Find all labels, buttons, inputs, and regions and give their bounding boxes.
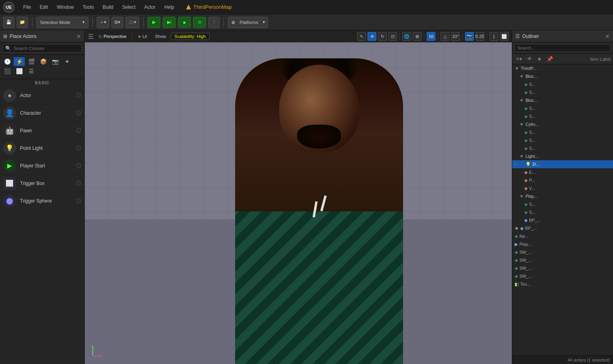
toolbar: 💾 📁 Selection Mode ▾ ＋▾ ⊞▾ 🎥▾ ▶ ▶| ■ ⊙ ⋮… (0, 14, 613, 30)
eye-icon-selected[interactable]: 👁 (514, 162, 518, 167)
actor-info-trigger-sphere[interactable]: ⓘ (76, 197, 81, 205)
actor-item-character[interactable]: 👤 Character ⓘ (0, 104, 84, 122)
out-item-thirdp[interactable]: ▼ ThirdP... (512, 64, 613, 72)
out-item-s5[interactable]: ◈ S... (512, 128, 613, 136)
cat-geometry[interactable]: ⬛ (2, 67, 13, 76)
out-item-s4[interactable]: ◈ S... (512, 112, 613, 120)
rotate-tool[interactable]: ↻ (378, 32, 387, 41)
out-item-sm4[interactable]: ◈ SM_... (512, 272, 613, 280)
out-item-e[interactable]: ◈ E... (512, 168, 613, 176)
cat-shapes[interactable]: 📦 (38, 57, 49, 66)
menu-help[interactable]: Help (160, 3, 178, 12)
scale-tool[interactable]: ⊡ (388, 32, 397, 41)
show-button[interactable]: Show (152, 32, 170, 41)
viewport[interactable]: ☰ ⊙ Perspective ● Lit Show Scalability: … (85, 30, 512, 364)
launch-options-button[interactable]: ⋮ (208, 17, 220, 28)
out-item-s2[interactable]: ◈ S... (512, 88, 613, 96)
cat-basic[interactable]: ⚡ (14, 57, 25, 66)
out-item-s3[interactable]: ◈ S... (512, 104, 613, 112)
outliner-pin-button[interactable]: 📌 (545, 55, 555, 63)
outliner-filter-button[interactable]: ≡▾ (515, 55, 524, 63)
lit-button[interactable]: ● Lit (135, 32, 150, 41)
cat-cinematic[interactable]: 📷 (50, 57, 61, 66)
out-item-bp-star[interactable]: ★ ◆ BP_... (512, 224, 613, 232)
out-item-bloc2[interactable]: ▼ Bloc... (512, 96, 613, 104)
scalability-badge[interactable]: Scalability: High (171, 33, 209, 40)
actor-info-player-start[interactable]: ⓘ (76, 162, 81, 169)
menu-select[interactable]: Select (118, 3, 139, 12)
save-button[interactable]: 💾 (3, 17, 14, 28)
out-item-s1[interactable]: ◈ S... (512, 80, 613, 88)
world-local-toggle[interactable]: 🌐 (402, 32, 411, 41)
play-button[interactable]: ▶ (148, 17, 160, 28)
out-item-bloc1[interactable]: ▼ Bloc... (512, 72, 613, 80)
out-item-ne[interactable]: ◈ Ne... (512, 232, 613, 240)
cat-all-classes[interactable]: ☰ (26, 67, 37, 76)
out-item-tex[interactable]: ◧ Tex... (512, 280, 613, 288)
actor-info-trigger-box[interactable]: ⓘ (76, 180, 81, 187)
cat-visual-effects[interactable]: ✦ (62, 57, 73, 66)
actor-item-player-start[interactable]: ▶ Player Start ⓘ (0, 157, 84, 175)
content-browser-button[interactable]: 📁 (17, 17, 28, 28)
cat-volumes[interactable]: ⬜ (14, 67, 25, 76)
actor-info-point-light[interactable]: ⓘ (76, 145, 81, 152)
out-item-sm1[interactable]: ◈ SM_... (512, 248, 613, 256)
maximize-button[interactable]: ⬜ (500, 32, 509, 41)
viewport-menu-icon[interactable]: ☰ (88, 33, 94, 40)
menu-file[interactable]: File (19, 3, 35, 12)
outliner-visibility-button[interactable]: 👁 (525, 55, 534, 63)
out-item-play-folder[interactable]: ▼ Play... (512, 192, 613, 200)
out-item-sm3[interactable]: ◈ SM_... (512, 264, 613, 272)
grid-snap-value[interactable]: 10 (427, 32, 435, 41)
search-classes-input[interactable] (14, 46, 79, 51)
cat-recently-placed[interactable]: 🕐 (2, 57, 13, 66)
simulate-button[interactable]: ▶| (163, 17, 176, 28)
actor-item-trigger-box[interactable]: ⬜ Trigger Box ⓘ (0, 175, 84, 192)
out-item-light[interactable]: ▼ Light... (512, 152, 613, 160)
menu-tools[interactable]: Tools (79, 3, 98, 12)
actor-item-pawn[interactable]: 🤖 Pawn ⓘ (0, 122, 84, 139)
out-item-p[interactable]: ◈ P... (512, 176, 613, 184)
eject-button[interactable]: ⊙ (193, 17, 206, 28)
menu-edit[interactable]: Edit (36, 3, 52, 12)
out-item-play-actor[interactable]: ▶ Play... (512, 240, 613, 248)
out-item-v[interactable]: ◈ V... (512, 184, 613, 192)
snap-button[interactable]: ⊞▾ (112, 17, 123, 28)
outliner-close-button[interactable]: ✕ (605, 33, 610, 40)
selection-mode-dropdown[interactable]: Selection Mode ▾ (36, 17, 88, 28)
actor-item-point-light[interactable]: 💡 Point Light ⓘ (0, 139, 84, 157)
camera-speed-icon[interactable]: 📷 (465, 32, 474, 41)
outliner-search-input[interactable] (515, 44, 611, 52)
stop-button[interactable]: ■ (178, 17, 191, 28)
platforms-dropdown[interactable]: 🖥 Platforms ▾ (228, 17, 268, 28)
out-item-s8[interactable]: ◈ S... (512, 200, 613, 208)
actor-info-actor[interactable]: ⓘ (76, 92, 81, 99)
out-item-s6[interactable]: ◈ S... (512, 136, 613, 144)
camera-speed-value[interactable]: 0.25 (475, 32, 484, 41)
cat-lights[interactable]: 🎬 (26, 57, 37, 66)
perspective-button[interactable]: ⊙ Perspective (95, 32, 130, 41)
surface-snapping[interactable]: ⊞ (413, 32, 421, 41)
translate-tool[interactable]: ✛ (367, 32, 376, 41)
angle-snap-icon[interactable]: △ (441, 32, 449, 41)
angle-snap-value[interactable]: 10° (451, 32, 460, 41)
out-item-s7[interactable]: ◈ S... (512, 144, 613, 152)
actor-info-character[interactable]: ⓘ (76, 109, 81, 117)
layer-value[interactable]: 1 (489, 32, 498, 41)
actor-item-trigger-sphere[interactable]: ⬤ Trigger Sphere ⓘ (0, 192, 84, 210)
outliner-star-button[interactable]: ★ (535, 55, 543, 63)
out-item-cylin[interactable]: ▼ Cylin... (512, 120, 613, 128)
out-item-bp-inner[interactable]: ◆ BP_... (512, 216, 613, 224)
add-actor-button[interactable]: ＋▾ (97, 17, 109, 28)
out-item-s9[interactable]: ◈ S... (512, 208, 613, 216)
camera-button[interactable]: 🎥▾ (126, 17, 139, 28)
actor-info-pawn[interactable]: ⓘ (76, 127, 81, 134)
out-item-sm2[interactable]: ◈ SM_... (512, 256, 613, 264)
cursor-tool[interactable]: ↖ (357, 32, 366, 41)
actor-item-actor[interactable]: ● Actor ⓘ (0, 87, 84, 104)
menu-window[interactable]: Window (53, 3, 78, 12)
panel-close-button[interactable]: ✕ (76, 33, 81, 40)
menu-actor[interactable]: Actor (140, 3, 160, 12)
out-item-d-selected[interactable]: 👁 💡 D... (512, 160, 613, 168)
menu-build[interactable]: Build (99, 3, 118, 12)
